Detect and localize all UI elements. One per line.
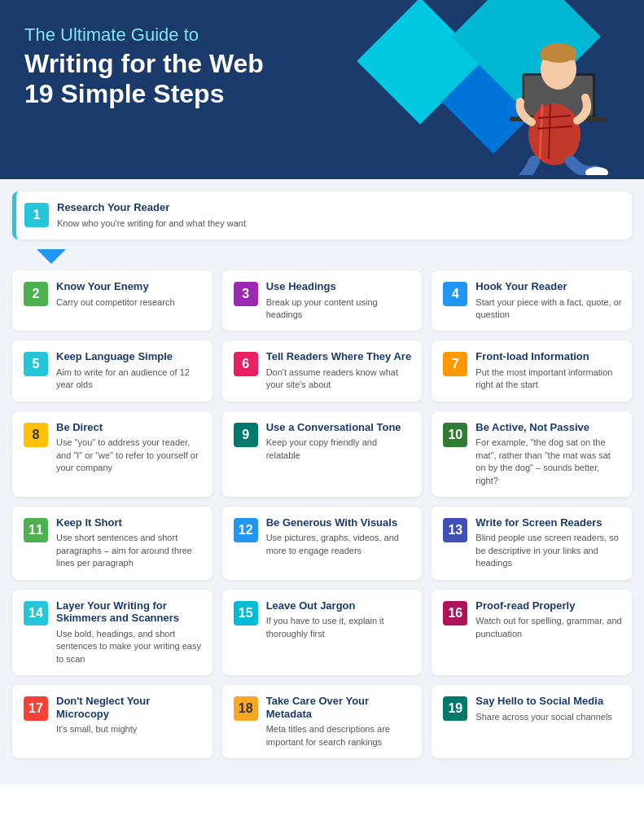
card-body-3: Use Headings Break up your content using… [266,280,413,321]
card-body-5: Keep Language Simple Aim to write for an… [56,350,203,391]
card-title-6: Tell Readers Where They Are [266,350,413,363]
step-number-12: 12 [234,518,258,542]
card-7: 7 Front-load Information Put the most im… [432,340,632,401]
step-number-11: 11 [24,518,48,542]
card-desc-8: Use "you" to address your reader, and "I… [56,437,203,474]
card-desc-18: Meta titles and descriptions are importa… [266,723,413,748]
card-body-16: Proof-read Properly Watch out for spelli… [475,599,622,640]
card-title-15: Leave Out Jargon [266,599,413,612]
card-title-3: Use Headings [266,280,413,293]
card-body-17: Don't Neglect Your Microcopy It's small,… [56,695,203,736]
step-number-7: 7 [443,352,467,376]
card-title-14: Layer Your Writing for Skimmers and Scan… [56,599,203,625]
arrow-down [37,249,66,264]
card-title-11: Keep It Short [56,516,203,529]
step-number-17: 17 [24,696,48,721]
row-5: 11 Keep It Short Use short sentences and… [12,507,632,580]
card-10: 10 Be Active, Not Passive For example, "… [432,411,632,497]
card-16: 16 Proof-read Properly Watch out for spe… [432,590,632,675]
card-12: 12 Be Generous With Visuals Use pictures… [222,507,423,580]
card-19: 19 Say Hello to Social Media Share acros… [432,685,632,758]
step-number-13: 13 [443,518,467,542]
step-number-18: 18 [234,696,258,721]
card-title-9: Use a Conversational Tone [266,421,413,434]
card-3: 3 Use Headings Break up your content usi… [222,270,423,331]
card-9: 9 Use a Conversational Tone Keep your co… [222,411,423,497]
card-body-1: Research Your Reader Know who you're wri… [57,201,246,230]
step-number-2: 2 [24,282,48,306]
card-desc-7: Put the most important information right… [475,367,622,392]
card-desc-1: Know who you're writing for and what the… [57,217,246,230]
step-number-10: 10 [443,423,467,447]
card-desc-13: Blind people use screen readers, so be d… [475,532,622,569]
card-title-8: Be Direct [56,421,203,434]
card-title-2: Know Your Enemy [56,280,175,293]
card-body-7: Front-load Information Put the most impo… [475,350,622,391]
card-body-2: Know Your Enemy Carry out competitor res… [56,280,175,309]
step-number-5: 5 [24,352,48,376]
card-17: 17 Don't Neglect Your Microcopy It's sma… [12,685,212,758]
card-title-18: Take Care Over Your Metadata [266,695,413,720]
card-desc-14: Use bold, headings, and short sentences … [56,628,203,665]
content-area: 1 Research Your Reader Know who you're w… [0,179,644,784]
row-1: 1 Research Your Reader Know who you're w… [12,191,632,239]
card-13: 13 Write for Screen Readers Blind people… [432,507,632,580]
card-6: 6 Tell Readers Where They Are Don't assu… [222,340,423,401]
step-number-19: 19 [443,696,467,721]
row-4: 8 Be Direct Use "you" to address your re… [12,411,632,497]
card-body-15: Leave Out Jargon If you have to use it, … [266,599,413,640]
svg-rect-10 [541,49,576,60]
card-body-11: Keep It Short Use short sentences and sh… [56,516,203,570]
step-number-9: 9 [234,423,258,447]
header: The Ultimate Guide to Writing for the We… [0,0,644,179]
row-2: 2 Know Your Enemy Carry out competitor r… [12,270,632,331]
card-title-19: Say Hello to Social Media [475,695,612,708]
card-title-17: Don't Neglect Your Microcopy [56,695,203,720]
card-title-16: Proof-read Properly [475,599,622,612]
row-7: 17 Don't Neglect Your Microcopy It's sma… [12,685,632,758]
card-desc-2: Carry out competitor research [56,296,175,309]
card-1: 1 Research Your Reader Know who you're w… [12,191,632,239]
card-body-18: Take Care Over Your Metadata Meta titles… [266,695,413,748]
card-title-10: Be Active, Not Passive [475,421,622,434]
step-number-16: 16 [443,601,467,626]
card-body-6: Tell Readers Where They Are Don't assume… [266,350,413,391]
card-desc-11: Use short sentences and short paragraphs… [56,532,203,569]
card-title-1: Research Your Reader [57,201,246,214]
card-4: 4 Hook Your Reader Start your piece with… [432,270,632,331]
step-number-3: 3 [234,282,258,306]
card-body-8: Be Direct Use "you" to address your read… [56,421,203,475]
card-8: 8 Be Direct Use "you" to address your re… [12,411,212,497]
row-3: 5 Keep Language Simple Aim to write for … [12,340,632,401]
card-body-9: Use a Conversational Tone Keep your copy… [266,421,413,462]
card-5: 5 Keep Language Simple Aim to write for … [12,340,212,401]
card-desc-9: Keep your copy friendly and relatable [266,437,413,462]
card-body-4: Hook Your Reader Start your piece with a… [475,280,622,321]
person-illustration [432,4,636,175]
card-2: 2 Know Your Enemy Carry out competitor r… [12,270,212,331]
arrow-connector [12,249,632,264]
card-body-10: Be Active, Not Passive For example, "the… [475,421,622,487]
card-15: 15 Leave Out Jargon If you have to use i… [222,590,423,675]
step-number-6: 6 [234,352,258,376]
card-body-12: Be Generous With Visuals Use pictures, g… [266,516,413,557]
card-body-19: Say Hello to Social Media Share across y… [475,695,612,723]
card-desc-12: Use pictures, graphs, videos, and more t… [266,532,413,557]
card-14: 14 Layer Your Writing for Skimmers and S… [12,590,212,675]
step-number-14: 14 [24,601,48,626]
card-title-13: Write for Screen Readers [475,516,622,529]
card-body-14: Layer Your Writing for Skimmers and Scan… [56,599,203,665]
row-6: 14 Layer Your Writing for Skimmers and S… [12,590,632,675]
card-title-7: Front-load Information [475,350,622,363]
card-desc-17: It's small, but mighty [56,723,203,735]
card-18: 18 Take Care Over Your Metadata Meta tit… [222,685,423,758]
card-desc-5: Aim to write for an audience of 12 year … [56,367,203,392]
card-title-12: Be Generous With Visuals [266,516,413,529]
step-number-4: 4 [443,282,467,306]
card-desc-15: If you have to use it, explain it thorou… [266,615,413,640]
card-title-4: Hook Your Reader [475,280,622,293]
step-number-15: 15 [234,601,258,626]
card-desc-3: Break up your content using headings [266,296,413,322]
card-title-5: Keep Language Simple [56,350,203,363]
card-11: 11 Keep It Short Use short sentences and… [12,507,212,580]
